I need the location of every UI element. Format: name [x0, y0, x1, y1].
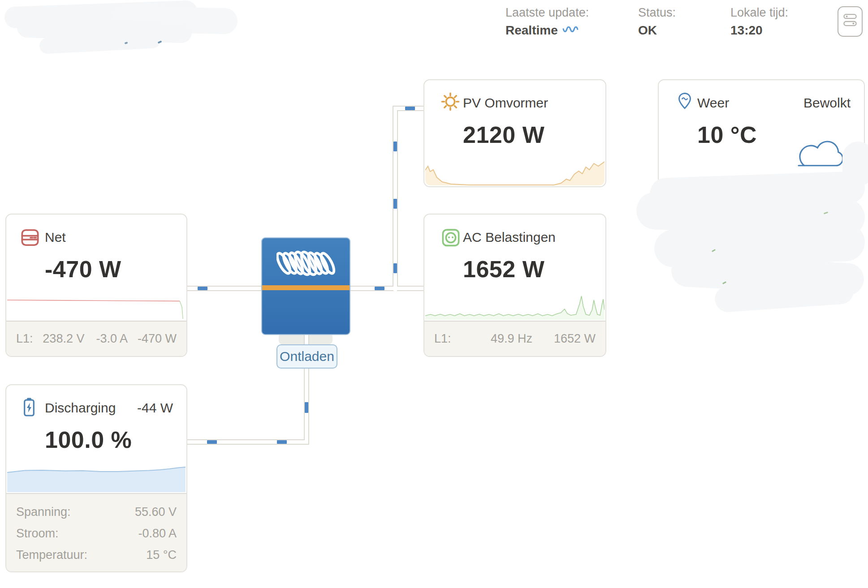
last-update-group: Laatste update: Realtime [505, 5, 589, 38]
status-value: OK [638, 23, 657, 38]
ac-loads-card[interactable]: AC Belastingen 1652 W L1: 49.9 Hz 1652 W [423, 214, 606, 357]
pv-card-title: PV Omvormer [463, 95, 548, 111]
grid-voltage: 238.2 V [43, 332, 84, 346]
vrm-dashboard: Laatste update: Realtime Status: OK Loka… [0, 0, 868, 588]
battery-temperature-label: Temperatuur: [16, 544, 87, 566]
battery-state-badge: Ontladen [276, 344, 337, 369]
ac-loads-card-footer: L1: 49.9 Hz 1652 W [424, 321, 605, 356]
realtime-wave-icon [562, 26, 579, 34]
ac-loads-sparkline [425, 290, 605, 320]
weather-temperature: 10 °C [697, 121, 757, 148]
local-time-group: Lokale tijd: 13:20 [730, 5, 788, 38]
battery-state-badge-label: Ontladen [280, 349, 334, 364]
grid-phase-power: -470 W [138, 332, 177, 346]
outlet-icon [440, 227, 461, 248]
grid-card[interactable]: Net -470 W L1: 238.2 V -3.0 A -470 W [5, 214, 187, 357]
pv-sparkline [425, 159, 605, 185]
inverter-orange-band [262, 285, 350, 290]
last-update-label: Laatste update: [505, 5, 589, 20]
dashboard-settings-button[interactable] [838, 6, 863, 37]
toggles-icon [842, 12, 858, 31]
cloud-icon [793, 132, 849, 172]
weather-card-title: Weer [697, 95, 729, 111]
battery-voltage-label: Spanning: [16, 501, 71, 523]
status-group: Status: OK [638, 5, 676, 38]
battery-card-footer: Spanning: 55.60 V Stroom: -0.80 A Temper… [6, 493, 186, 571]
ac-loads-power-value: 1652 W [463, 256, 544, 283]
last-update-value: Realtime [505, 23, 558, 38]
battery-voltage-row: Spanning: 55.60 V [16, 501, 177, 523]
victron-logo [276, 246, 336, 280]
battery-soc-chart [7, 464, 186, 492]
ac-phase-label: L1: [434, 332, 451, 346]
grid-phase-label: L1: [16, 332, 33, 346]
battery-power: -44 W [137, 400, 173, 416]
grid-card-title: Net [45, 230, 66, 245]
battery-current-label: Stroom: [16, 523, 59, 544]
battery-state-title: Discharging [45, 400, 116, 416]
grid-card-footer: L1: 238.2 V -3.0 A -470 W [6, 321, 186, 356]
redacted-site-title [0, 0, 242, 58]
local-time-value: 13:20 [730, 23, 763, 38]
ac-frequency: 49.9 Hz [491, 332, 532, 346]
battery-voltage-value: 55.60 V [135, 501, 177, 523]
battery-bolt-icon [21, 396, 38, 418]
pv-power-value: 2120 W [463, 121, 544, 148]
grid-power-value: -470 W [45, 256, 121, 283]
sun-icon [440, 91, 461, 112]
grid-current: -3.0 A [96, 332, 128, 346]
grid-meter-icon [20, 227, 40, 248]
battery-temperature-row: Temperatuur: 15 °C [16, 544, 177, 566]
ac-loads-card-title: AC Belastingen [463, 230, 556, 245]
inverter-device[interactable] [261, 237, 350, 335]
pv-inverter-card[interactable]: PV Omvormer 2120 W [423, 79, 606, 187]
weather-card[interactable]: Weer Bewolkt 10 °C [658, 79, 865, 185]
battery-card[interactable]: Discharging -44 W 100.0 % Spanning: 55.6… [5, 384, 187, 572]
status-label: Status: [638, 5, 676, 20]
location-pin-icon [676, 90, 694, 112]
grid-sparkline [7, 291, 186, 320]
battery-temperature-value: 15 °C [146, 544, 177, 566]
weather-condition: Bewolkt [803, 95, 851, 111]
battery-current-value: -0.80 A [138, 523, 177, 544]
local-time-label: Lokale tijd: [730, 5, 788, 20]
battery-current-row: Stroom: -0.80 A [16, 523, 177, 544]
ac-phase-power: 1652 W [554, 332, 596, 346]
redacted-right-card [636, 169, 868, 313]
battery-soc-value: 100.0 % [45, 426, 132, 453]
